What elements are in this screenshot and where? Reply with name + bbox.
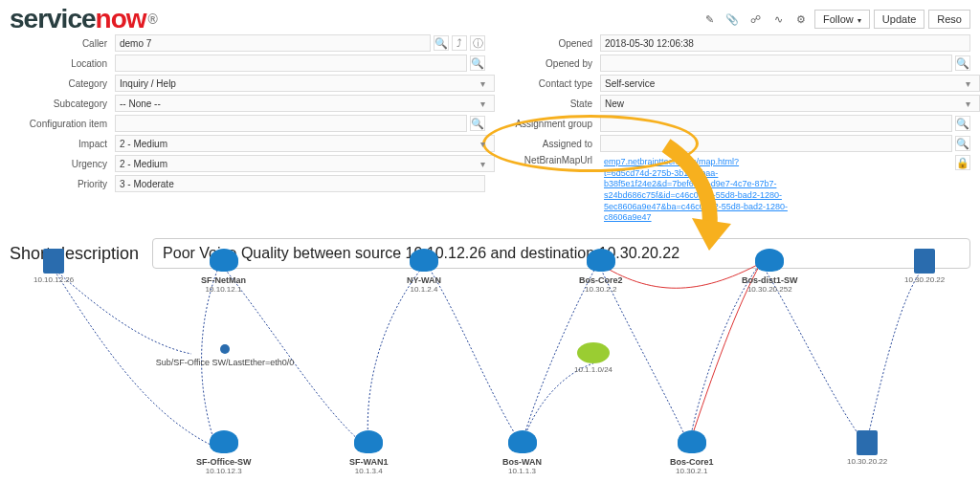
assigned-to-field[interactable] [600,135,952,152]
contact-type-label: Contact type [495,78,600,89]
node-bos-dist1-sw[interactable]: Bos-dist1-SW 10.30.20.252 [742,249,798,294]
urgency-label: Urgency [10,159,115,169]
info-icon[interactable]: ⓘ [470,35,485,51]
search-icon[interactable]: 🔍 [955,136,970,151]
location-field[interactable] [115,55,467,72]
gear-icon[interactable]: ⚙ [791,10,811,29]
node-bos-core2[interactable]: Bos-Core2 10.30.2.2 [579,249,623,294]
node-name: Bos-Core2 [579,275,623,285]
node-ip: 10.10.12.1 [201,285,246,294]
node-name: SF-Office-SW [196,457,252,467]
router-icon [755,249,784,272]
node-cloud[interactable]: 10.1.1.0/24 [574,342,612,374]
impact-select[interactable] [115,135,495,152]
node-dst-ip-bottom[interactable]: 10.30.20.22 [847,430,887,466]
activity-icon[interactable]: ∿ [768,10,788,29]
node-ip: 10.30.20.22 [847,457,887,466]
node-ip: 10.1.1.0/24 [574,365,612,374]
impact-label: Impact [10,139,115,149]
priority-label: Priority [10,179,115,189]
subcategory-select[interactable] [115,95,495,112]
node-destination-pc[interactable]: 10.30.20.22 [904,249,945,284]
opened-label: Opened [495,38,600,49]
node-ip: 10.30.2.2 [579,285,623,294]
search-icon[interactable]: 🔍 [434,35,449,51]
netbrain-label: NetBrainMapUrl [495,155,600,165]
urgency-select[interactable] [115,155,495,172]
netbrain-link-l4: 5ec8606a9e47&ba=c46c0912-55d8-bad2-1280- [604,202,788,211]
node-sf-netman[interactable]: SF-NetMan 10.10.12.1 [201,249,246,294]
state-select[interactable] [600,95,980,112]
netbrain-url[interactable]: emp7.netbrainttech.com/map.html? t=6d5cd… [600,155,788,226]
node-ip: 10.1.3.4 [349,467,389,475]
share-icon[interactable]: ⤴ [452,35,467,51]
assignment-group-field[interactable] [600,115,952,132]
network-topology-map[interactable]: 10.10.12.26 SF-NetMan 10.10.12.1 NY-WAN … [0,239,980,482]
netbrain-link-host: emp7.netbrainttech.com/map.html? [604,157,739,166]
contact-type-select[interactable] [600,75,980,92]
node-name: Bos-Core1 [670,457,714,467]
dot-icon [220,344,230,354]
opened-by-label: Opened by [495,58,600,69]
node-ip: 10.10.12.26 [33,275,74,284]
netbrain-link-l5: c8606a9e47 [604,212,652,222]
lock-icon[interactable]: 🔒 [955,155,970,170]
node-ip: 10.1.2.4 [407,285,441,294]
netbrain-link-l2: b38f5e1f24e2&d=7bef6d1b-d9e7-4c7e-87b7- [604,179,776,188]
node-interface-annotation[interactable]: Sub/SF-Office SW/LastEther=eth0/0 [144,344,306,367]
follow-button[interactable]: Follow [814,10,870,29]
config-item-label: Configuration item [10,119,115,129]
subcategory-label: Subcategory [10,99,115,109]
node-name: SF-WAN1 [349,457,389,467]
pc-icon [914,249,935,274]
state-label: State [495,99,600,109]
priority-field [115,175,485,192]
diagram-icon[interactable]: ☍ [746,10,765,29]
router-icon [587,249,615,272]
router-icon [508,430,537,453]
opened-field [600,34,970,52]
logo-part2: now [96,4,146,34]
resolve-button[interactable]: Reso [928,10,970,29]
switch-icon [210,430,238,453]
assignment-group-label: Assignment group [495,119,600,129]
node-name: Bos-dist1-SW [742,275,798,285]
node-name: NY-WAN [407,275,441,285]
servicenow-logo: servicenow® [10,4,157,34]
logo-reg: ® [148,11,157,27]
router-icon [210,249,238,272]
left-column: Caller 🔍 ⤴ ⓘ Location 🔍 Category ▾ Subca… [10,34,485,229]
search-icon[interactable]: 🔍 [470,116,485,131]
caller-label: Caller [10,38,115,49]
node-sf-wan1[interactable]: SF-WAN1 10.1.3.4 [349,430,389,475]
router-icon [410,249,438,272]
search-icon[interactable]: 🔍 [470,55,485,71]
caller-field[interactable] [115,34,431,52]
netbrain-link-l3: s24bd686c75f&id=c46c0912-55d8-bad2-1280- [604,190,782,200]
node-bos-core1[interactable]: Bos-Core1 10.30.2.1 [670,430,714,475]
opened-by-field[interactable] [600,55,952,72]
cloud-icon [577,342,610,363]
node-ip: 10.30.20.22 [904,275,945,284]
search-icon[interactable]: 🔍 [955,116,970,131]
node-ny-wan[interactable]: NY-WAN 10.1.2.4 [407,249,441,294]
router-icon [354,430,383,453]
config-item-field[interactable] [115,115,467,132]
pc-icon [857,430,878,455]
update-button[interactable]: Update [874,10,924,29]
right-column: Opened Opened by 🔍 Contact type ▾ State … [495,34,970,229]
search-icon[interactable]: 🔍 [955,55,970,71]
netbrain-link-l1: t=6d5cd74d-275b-3b15-2baa- [604,168,718,178]
logo-part1: service [10,4,96,34]
node-ip: 10.30.20.252 [742,285,798,294]
category-label: Category [10,78,115,89]
node-sf-office-sw[interactable]: SF-Office-SW 10.10.12.3 [196,430,252,475]
node-source-pc[interactable]: 10.10.12.26 [33,249,74,284]
node-name: Bos-WAN [502,457,542,467]
attachment-icon[interactable]: 📎 [723,10,742,29]
location-label: Location [10,58,115,69]
node-bos-wan[interactable]: Bos-WAN 10.1.1.3 [502,430,542,475]
edit-icon[interactable]: ✎ [700,10,719,29]
router-icon [678,430,706,453]
category-select[interactable] [115,75,495,92]
